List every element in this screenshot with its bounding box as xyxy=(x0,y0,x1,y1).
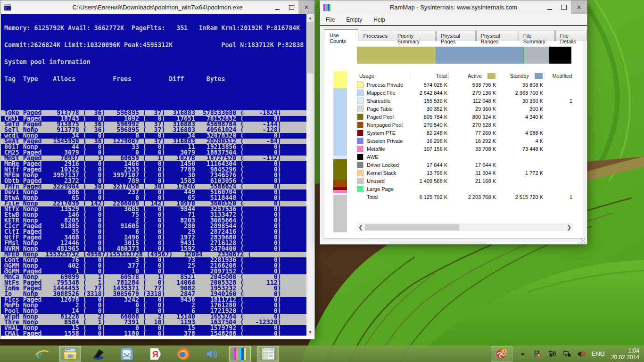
standby-value xyxy=(497,185,545,193)
usage-bar-segment-hardware xyxy=(549,47,571,64)
tab-processes[interactable]: Processes xyxy=(359,31,392,41)
use-counts-row-process-private[interactable]: Process Private574 028 K533 796 K36 808 … xyxy=(355,81,572,89)
scroll-up-icon[interactable]: ▲ xyxy=(306,14,314,21)
usage-label: Mapped File xyxy=(367,90,396,96)
standby-value: 1 772 K xyxy=(497,169,545,177)
tab-use-counts[interactable]: Use Counts xyxy=(324,29,358,41)
tab-file-summary[interactable]: File Summary xyxy=(519,31,555,41)
use-counts-hscrollbar[interactable]: ❮ ❯ xyxy=(357,223,573,231)
use-counts-tabpage: Usage Total Active Standby Modified Proc… xyxy=(324,41,583,239)
use-counts-row-driver-locked[interactable]: Driver Locked17 644 K17 644 K xyxy=(355,161,572,169)
rammap-close-button[interactable]: ✕ xyxy=(571,0,587,14)
tray-notifier-warning-icon[interactable]: ! xyxy=(491,346,512,362)
scroll-left-icon[interactable]: ❮ xyxy=(357,223,364,231)
rammap-titlebar[interactable]: RamMap - Sysinternals: www.sysinternals.… xyxy=(320,0,587,14)
use-counts-row-large-page[interactable]: Large Page xyxy=(355,185,572,193)
tray-action-center-flag-icon[interactable] xyxy=(533,350,542,358)
use-counts-row-awe[interactable]: AWE xyxy=(355,153,572,161)
standby-value: 4 340 K xyxy=(497,113,545,121)
modified-value xyxy=(545,89,572,97)
modified-value: 1 xyxy=(545,193,572,201)
console-close-button[interactable]: ✕ xyxy=(298,0,314,14)
usage-color-swatch xyxy=(357,162,363,168)
standby-value: 4 988 K xyxy=(497,129,545,137)
console-vertical-scrollbar[interactable]: ▲ ▼ xyxy=(306,14,314,336)
taskbar-poolmon-console-icon[interactable] xyxy=(257,346,279,362)
use-counts-row-kernel-stack[interactable]: Kernel Stack13 796 K11 304 K1 772 K xyxy=(355,169,572,177)
active-value: 17 644 K xyxy=(449,161,497,169)
taskbar-agent-app-icon[interactable] xyxy=(116,346,138,362)
active-value: 279 136 K xyxy=(449,89,497,97)
active-value xyxy=(449,185,497,193)
rammap-maximize-button[interactable] xyxy=(557,0,571,14)
active-value xyxy=(449,153,497,161)
column-modified[interactable]: Modified xyxy=(545,72,572,80)
taskbar-laptop-app-icon[interactable] xyxy=(88,346,109,362)
tab-physical-ranges[interactable]: Physical Ranges xyxy=(476,31,518,41)
taskbar-file-explorer-icon[interactable] xyxy=(59,346,81,362)
modified-value xyxy=(545,105,572,113)
use-counts-row-total[interactable]: Total6 125 792 K2 203 768 K2 515 720 K1 xyxy=(355,193,572,201)
tab-file-details[interactable]: File Details xyxy=(555,31,586,41)
use-counts-row-page-table[interactable]: Page Table30 352 K29 960 K300 K xyxy=(355,105,572,113)
usage-label: Large Page xyxy=(367,186,394,192)
tray-clock[interactable]: 1:04 20.02.2014 xyxy=(611,347,639,361)
memory-usage-bar xyxy=(357,47,571,64)
usage-label: Driver Locked xyxy=(367,162,399,168)
console-restore-button[interactable] xyxy=(284,0,298,14)
console-header-line: Memory: 6125792K Avail: 3662772K PageFlt… xyxy=(1,25,307,31)
taskbar-volume-mixer-icon[interactable] xyxy=(201,346,223,362)
console-header-line: Commit:2626824K Limit:10320096K Peak:459… xyxy=(1,42,307,48)
taskbar-rammap-icon[interactable] xyxy=(229,346,251,362)
menu-file[interactable]: File xyxy=(320,16,340,23)
scroll-right-icon[interactable]: ❯ xyxy=(565,223,573,231)
memory-legend-bar xyxy=(333,71,347,232)
column-total[interactable]: Total xyxy=(411,72,449,80)
use-counts-row-mapped-file[interactable]: Mapped File2 642 844 K279 136 K2 363 700… xyxy=(355,89,572,97)
use-counts-row-unused[interactable]: Unused1 409 568 K21 168 K xyxy=(355,177,572,185)
console-header-line: Tag Type Allocs Frees Diff Bytes xyxy=(1,76,307,82)
console-scroll-thumb[interactable] xyxy=(307,22,314,74)
usage-bar-segment-free xyxy=(524,47,549,64)
use-counts-row-session-private[interactable]: Session Private16 296 K16 292 K4 K xyxy=(355,137,572,145)
column-usage[interactable]: Usage xyxy=(355,72,411,80)
tray-network-icon[interactable] xyxy=(562,350,571,358)
taskbar-yandex-browser-icon[interactable]: Я xyxy=(144,346,166,362)
active-value: 270 528 K xyxy=(449,121,497,129)
use-counts-row-system-pte[interactable]: System PTE82 248 K77 260 K4 988 K xyxy=(355,129,572,137)
modified-value xyxy=(545,137,572,145)
use-counts-row-paged-pool[interactable]: Paged Pool805 784 K800 924 K4 340 K xyxy=(355,113,572,121)
total-value: 805 784 K xyxy=(411,113,449,121)
taskbar-internet-explorer-icon[interactable]: e xyxy=(31,346,53,362)
active-value: 11 304 K xyxy=(449,169,497,177)
tray-volume-muted-icon[interactable] xyxy=(577,350,586,358)
usage-label: System PTE xyxy=(367,130,396,136)
console-minimize-button[interactable] xyxy=(270,0,284,14)
tab-physical-pages[interactable]: Physical Pages xyxy=(436,31,476,41)
active-value: 16 292 K xyxy=(449,137,497,145)
console-titlebar[interactable]: C: C:\Users\Евгений\Downloads\poolmon_wi… xyxy=(0,0,314,14)
tray-show-hidden-icon[interactable] xyxy=(519,350,527,358)
menu-empty[interactable]: Empty xyxy=(340,16,368,23)
column-active[interactable]: Active xyxy=(449,72,497,80)
use-counts-row-shareable[interactable]: Shareable155 536 K112 048 K30 360 K1 xyxy=(355,97,572,105)
use-counts-row-nonpaged-pool[interactable]: Nonpaged Pool270 540 K270 528 K xyxy=(355,121,572,129)
scroll-down-icon[interactable]: ▼ xyxy=(306,329,314,336)
rammap-minimize-button[interactable] xyxy=(543,0,557,14)
usage-label: Nonpaged Pool xyxy=(367,122,403,128)
usage-label: Paged Pool xyxy=(367,114,394,120)
column-standby[interactable]: Standby xyxy=(497,72,545,80)
active-value: 533 796 K xyxy=(449,81,497,89)
resize-grip[interactable] xyxy=(580,238,585,243)
standby-value: 2 515 720 K xyxy=(497,193,545,201)
tray-battery-icon[interactable] xyxy=(548,350,556,358)
tab-priority-summary[interactable]: Priority Summary xyxy=(393,31,436,41)
menu-help[interactable]: Help xyxy=(368,16,391,23)
rammap-menubar: File Empty Help xyxy=(320,14,587,26)
taskbar-firefox-icon[interactable] xyxy=(173,346,194,362)
tray-language-indicator[interactable]: ENG xyxy=(592,350,605,357)
usage-label: Session Private xyxy=(367,138,403,144)
hscroll-thumb[interactable] xyxy=(365,224,459,230)
usage-color-swatch xyxy=(357,90,363,96)
use-counts-row-metafile[interactable]: Metafile107 156 K33 708 K73 448 K xyxy=(355,145,572,153)
